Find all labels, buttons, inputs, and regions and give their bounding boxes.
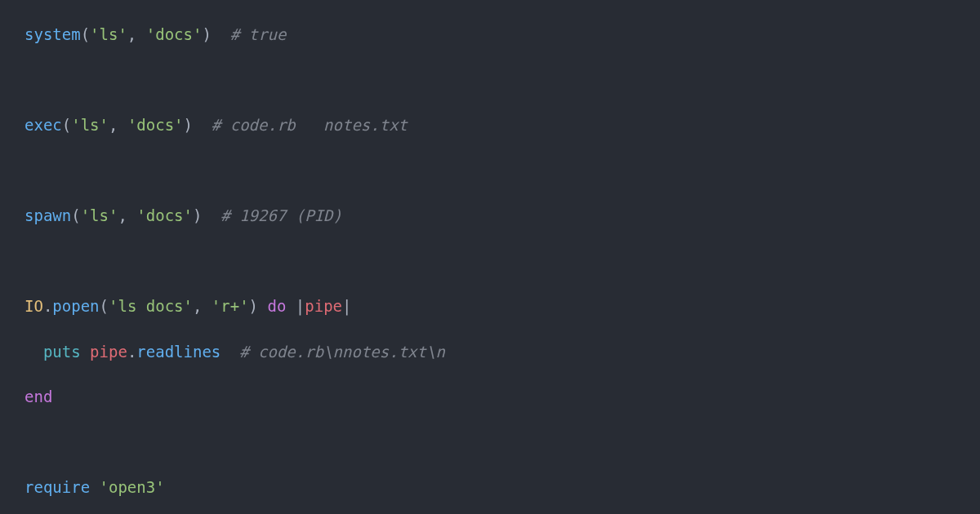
block-param: pipe bbox=[305, 297, 342, 315]
string-literal: 'docs' bbox=[136, 206, 193, 224]
string-literal: 'r+' bbox=[212, 297, 249, 315]
function-call: exec bbox=[24, 116, 62, 134]
blank-line bbox=[24, 159, 956, 183]
paren-close: ) bbox=[193, 206, 220, 224]
constant: IO bbox=[24, 297, 43, 315]
indent bbox=[24, 343, 43, 361]
comma: , bbox=[109, 116, 127, 134]
string-literal: 'open3' bbox=[100, 478, 165, 496]
pipe-bar: | bbox=[286, 297, 305, 315]
paren-open: ( bbox=[100, 297, 109, 315]
code-line-2: exec('ls', 'docs') # code.rb notes.txt bbox=[24, 113, 956, 137]
string-literal: 'ls' bbox=[71, 116, 109, 134]
code-line-1: system('ls', 'docs') # true bbox=[24, 23, 956, 47]
comma: , bbox=[127, 25, 146, 43]
blank-line bbox=[24, 431, 956, 454]
comment: # code.rb notes.txt bbox=[212, 116, 408, 134]
method-call: popen bbox=[52, 297, 99, 315]
require-call: require bbox=[24, 478, 90, 496]
paren-close: ) bbox=[202, 25, 229, 43]
paren-open: ( bbox=[62, 116, 71, 134]
pipe-bar: | bbox=[342, 297, 351, 315]
string-literal: 'ls' bbox=[81, 206, 118, 224]
string-literal: 'ls docs' bbox=[109, 297, 193, 315]
paren-open: ( bbox=[71, 206, 80, 224]
string-literal: 'docs' bbox=[146, 25, 203, 43]
code-line-6: end bbox=[24, 385, 956, 409]
code-block: system('ls', 'docs') # true exec('ls', '… bbox=[24, 23, 956, 499]
dot: . bbox=[43, 297, 52, 315]
blank-line bbox=[24, 69, 956, 92]
puts-call: puts bbox=[43, 343, 81, 361]
code-line-3: spawn('ls', 'docs') # 19267 (PID) bbox=[24, 204, 956, 228]
code-line-4: IO.popen('ls docs', 'r+') do |pipe| bbox=[24, 295, 956, 318]
string-literal: 'ls' bbox=[90, 25, 127, 43]
code-line-7: require 'open3' bbox=[24, 476, 956, 499]
function-call: system bbox=[24, 25, 81, 43]
string-literal: 'docs' bbox=[127, 116, 184, 134]
space bbox=[81, 343, 90, 361]
identifier: pipe bbox=[90, 343, 127, 361]
method-call: readlines bbox=[136, 343, 220, 361]
paren-close: ) bbox=[249, 297, 268, 315]
function-call: spawn bbox=[24, 206, 71, 224]
code-line-5: puts pipe.readlines # code.rb\nnotes.txt… bbox=[24, 340, 956, 364]
dot: . bbox=[127, 343, 136, 361]
space bbox=[90, 478, 99, 496]
comment: # true bbox=[230, 25, 287, 43]
paren-close: ) bbox=[184, 116, 212, 134]
space bbox=[220, 343, 239, 361]
comment: # 19267 (PID) bbox=[220, 206, 342, 224]
comma: , bbox=[193, 297, 212, 315]
paren-open: ( bbox=[81, 25, 90, 43]
comma: , bbox=[118, 206, 136, 224]
blank-line bbox=[24, 250, 956, 273]
comment: # code.rb\nnotes.txt\n bbox=[239, 343, 445, 361]
keyword-end: end bbox=[24, 388, 52, 405]
keyword-do: do bbox=[268, 297, 287, 315]
